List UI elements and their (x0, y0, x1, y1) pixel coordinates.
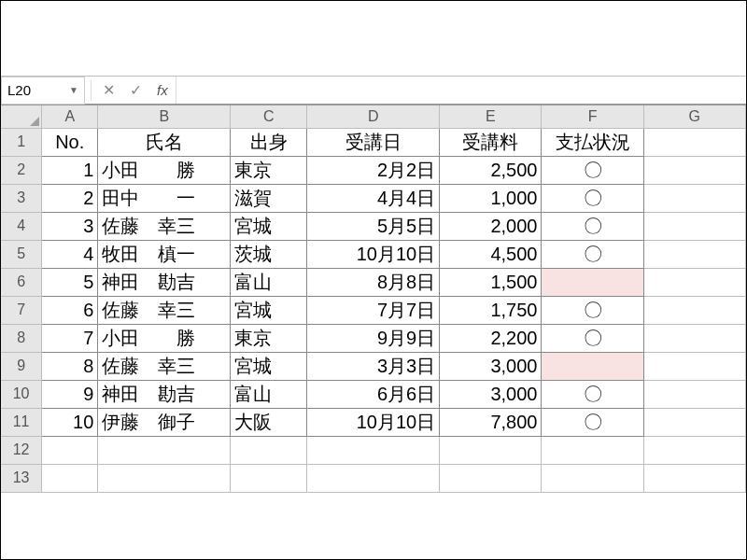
cell-blank[interactable] (643, 296, 745, 324)
row-header[interactable]: 4 (1, 212, 42, 240)
cell-status[interactable]: 〇 (542, 240, 643, 268)
col-header-E[interactable]: E (440, 105, 542, 128)
cell-status[interactable]: 〇 (542, 324, 643, 352)
row-header[interactable]: 6 (1, 268, 42, 296)
cell-no[interactable]: 8 (42, 352, 98, 380)
cell-blank[interactable] (98, 436, 231, 464)
cell-date[interactable]: 10月10日 (307, 240, 440, 268)
cell-no[interactable]: 5 (42, 268, 98, 296)
cell-fee[interactable]: 4,500 (440, 240, 542, 268)
cell-blank[interactable] (643, 408, 745, 436)
cell-blank[interactable] (231, 464, 307, 492)
cell-blank[interactable] (42, 436, 98, 464)
cell-name[interactable]: 伊藤 御子 (98, 408, 231, 436)
cell-blank[interactable] (440, 436, 542, 464)
cell-origin[interactable]: 富山 (231, 380, 307, 408)
cell-fee[interactable]: 1,750 (440, 296, 542, 324)
cell-date[interactable]: 7月7日 (307, 296, 440, 324)
cell-origin[interactable]: 大阪 (231, 408, 307, 436)
cell-blank[interactable] (643, 464, 745, 492)
cell-origin[interactable]: 茨城 (231, 240, 307, 268)
cell-status[interactable]: 〇 (542, 408, 643, 436)
cell-name[interactable]: 佐藤 幸三 (98, 296, 231, 324)
select-all-corner[interactable] (1, 105, 42, 128)
cell-blank[interactable] (42, 464, 98, 492)
cell-blank[interactable] (643, 380, 745, 408)
cell-name[interactable]: 牧田 槙一 (98, 240, 231, 268)
cell-blank[interactable] (643, 352, 745, 380)
cell-name[interactable]: 佐藤 幸三 (98, 352, 231, 380)
row-header[interactable]: 2 (1, 156, 42, 184)
cell-name[interactable]: 田中 一 (98, 184, 231, 212)
cell-origin[interactable]: 宮城 (231, 352, 307, 380)
cell-origin[interactable]: 東京 (231, 324, 307, 352)
cell-name[interactable]: 佐藤 幸三 (98, 212, 231, 240)
cell-header-date[interactable]: 受講日 (307, 128, 440, 156)
cell-header-status[interactable]: 支払状況 (542, 128, 643, 156)
cell-blank[interactable] (440, 464, 542, 492)
cell-date[interactable]: 5月5日 (307, 212, 440, 240)
col-header-F[interactable]: F (542, 105, 643, 128)
cell-blank[interactable] (643, 240, 745, 268)
fx-icon[interactable]: fx (149, 82, 176, 98)
cell-blank[interactable] (307, 436, 440, 464)
cell-blank[interactable] (643, 128, 745, 156)
cell-fee[interactable]: 7,800 (440, 408, 542, 436)
cell-fee[interactable]: 2,000 (440, 212, 542, 240)
cell-name[interactable]: 神田 勘吉 (98, 380, 231, 408)
cell-date[interactable]: 2月2日 (307, 156, 440, 184)
col-header-C[interactable]: C (231, 105, 307, 128)
row-header[interactable]: 13 (1, 464, 42, 492)
cell-date[interactable]: 3月3日 (307, 352, 440, 380)
cell-blank[interactable] (643, 156, 745, 184)
cell-no[interactable]: 10 (42, 408, 98, 436)
cell-blank[interactable] (542, 464, 643, 492)
cell-blank[interactable] (231, 436, 307, 464)
cell-header-no[interactable]: No. (42, 128, 98, 156)
row-header[interactable]: 12 (1, 436, 42, 464)
cell-fee[interactable]: 3,000 (440, 380, 542, 408)
cell-date[interactable]: 6月6日 (307, 380, 440, 408)
cell-header-fee[interactable]: 受講料 (440, 128, 542, 156)
cell-status[interactable]: 〇 (542, 380, 643, 408)
cell-no[interactable]: 3 (42, 212, 98, 240)
cell-origin[interactable]: 宮城 (231, 296, 307, 324)
cell-blank[interactable] (643, 184, 745, 212)
cell-origin[interactable]: 滋賀 (231, 184, 307, 212)
cell-fee[interactable]: 2,200 (440, 324, 542, 352)
row-header[interactable]: 5 (1, 240, 42, 268)
cell-date[interactable]: 4月4日 (307, 184, 440, 212)
col-header-G[interactable]: G (643, 105, 745, 128)
cell-blank[interactable] (643, 268, 745, 296)
cell-blank[interactable] (98, 464, 231, 492)
row-header[interactable]: 1 (1, 128, 42, 156)
cell-no[interactable]: 6 (42, 296, 98, 324)
cell-blank[interactable] (643, 436, 745, 464)
cell-status[interactable] (542, 268, 643, 296)
cell-fee[interactable]: 2,500 (440, 156, 542, 184)
cell-no[interactable]: 2 (42, 184, 98, 212)
cell-origin[interactable]: 富山 (231, 268, 307, 296)
cell-status[interactable] (542, 352, 643, 380)
cell-fee[interactable]: 1,000 (440, 184, 542, 212)
row-header[interactable]: 7 (1, 296, 42, 324)
cell-status[interactable]: 〇 (542, 184, 643, 212)
cell-origin[interactable]: 東京 (231, 156, 307, 184)
cell-blank[interactable] (542, 436, 643, 464)
row-header[interactable]: 10 (1, 380, 42, 408)
cell-date[interactable]: 9月9日 (307, 324, 440, 352)
col-header-D[interactable]: D (307, 105, 440, 128)
cell-name[interactable]: 小田 勝 (98, 156, 231, 184)
cell-blank[interactable] (643, 324, 745, 352)
cell-status[interactable]: 〇 (542, 296, 643, 324)
row-header[interactable]: 11 (1, 408, 42, 436)
cell-header-name[interactable]: 氏名 (98, 128, 231, 156)
cell-blank[interactable] (307, 464, 440, 492)
cell-name[interactable]: 神田 勘吉 (98, 268, 231, 296)
row-header[interactable]: 9 (1, 352, 42, 380)
cell-no[interactable]: 7 (42, 324, 98, 352)
cell-date[interactable]: 10月10日 (307, 408, 440, 436)
cell-status[interactable]: 〇 (542, 156, 643, 184)
col-header-B[interactable]: B (98, 105, 231, 128)
cell-no[interactable]: 4 (42, 240, 98, 268)
